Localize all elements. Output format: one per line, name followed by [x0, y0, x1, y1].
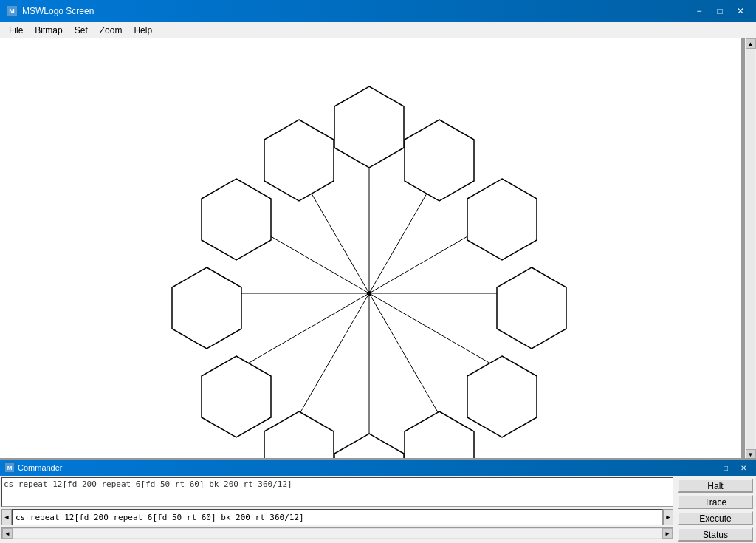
commander-right-panel: Halt Trace Execute Status: [675, 476, 756, 543]
title-bar: M MSWLogo Screen − □ ✕: [0, 0, 756, 22]
menu-bitmap[interactable]: Bitmap: [29, 24, 68, 37]
minimize-button[interactable]: −: [690, 4, 709, 18]
svg-marker-12: [334, 86, 404, 168]
commander-title-bar: M Commander − □ ✕: [0, 460, 756, 476]
svg-marker-13: [405, 120, 474, 201]
svg-marker-16: [467, 356, 537, 437]
commander-maximize-button[interactable]: □: [718, 462, 734, 474]
menu-file[interactable]: File: [3, 24, 29, 37]
input-area: ◄ ►: [1, 508, 673, 526]
svg-point-24: [367, 291, 371, 296]
svg-line-4: [369, 293, 497, 367]
commander-left-panel: cs repeat 12[fd 200 repeat 6[fd 50 rt 60…: [0, 476, 675, 543]
history-area: cs repeat 12[fd 200 repeat 6[fd 50 rt 60…: [1, 477, 673, 507]
menu-set[interactable]: Set: [69, 24, 94, 37]
history-text: cs repeat 12[fd 200 repeat 6[fd 50 rt 60…: [4, 479, 292, 489]
execute-button[interactable]: Execute: [678, 511, 753, 525]
logo-svg: [0, 38, 744, 496]
svg-marker-15: [497, 267, 566, 349]
halt-button[interactable]: Halt: [678, 479, 753, 493]
drawing-canvas: [0, 38, 744, 496]
window-title: MSWLogo Screen: [22, 6, 690, 16]
svg-line-8: [241, 293, 369, 367]
commander-panel: M Commander − □ ✕ cs repeat 12[fd 200 re…: [0, 458, 756, 543]
svg-marker-14: [467, 179, 537, 260]
maximize-button[interactable]: □: [710, 4, 729, 18]
svg-marker-23: [264, 120, 334, 201]
status-button[interactable]: Status: [678, 527, 753, 542]
commander-title-controls: − □ ✕: [700, 462, 752, 474]
commander-title: Commander: [18, 463, 700, 472]
app-icon: M: [6, 5, 18, 17]
svg-line-7: [295, 293, 369, 421]
menu-zoom[interactable]: Zoom: [94, 24, 128, 37]
commander-minimize-button[interactable]: −: [700, 462, 716, 474]
svg-marker-20: [202, 356, 271, 437]
bottom-scroll-right-button[interactable]: ►: [662, 528, 673, 539]
svg-line-5: [369, 293, 443, 421]
command-input[interactable]: [12, 509, 663, 525]
trace-button[interactable]: Trace: [678, 495, 753, 509]
input-scroll-right-button[interactable]: ►: [663, 509, 673, 525]
close-button[interactable]: ✕: [731, 4, 750, 18]
bottom-scroll-track: [13, 529, 662, 538]
input-scroll-left-button[interactable]: ◄: [1, 509, 12, 525]
title-bar-controls: − □ ✕: [690, 4, 750, 18]
menu-bar: File Bitmap Set Zoom Help: [0, 22, 756, 38]
scrollbar-track: [746, 49, 755, 449]
scrollbar-up-button[interactable]: ▲: [746, 38, 756, 49]
bottom-scroll-left-button[interactable]: ◄: [2, 528, 13, 539]
bottom-scrollbar: ◄ ►: [1, 527, 673, 539]
right-scrollbar: ▲ ▼: [744, 38, 756, 460]
commander-icon: M: [4, 462, 15, 473]
commander-close-button[interactable]: ✕: [735, 462, 752, 474]
svg-marker-21: [172, 267, 241, 349]
svg-marker-22: [202, 179, 271, 260]
commander-body: cs repeat 12[fd 200 repeat 6[fd 50 rt 60…: [0, 476, 756, 543]
menu-help[interactable]: Help: [128, 24, 158, 37]
